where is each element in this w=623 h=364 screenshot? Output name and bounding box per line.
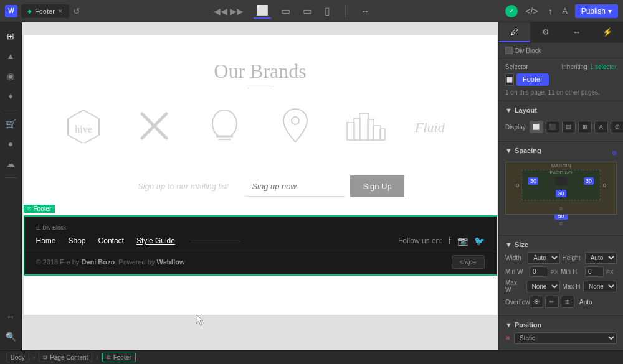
- inheriting-label: Inheriting: [562, 63, 587, 70]
- brand-logo-5: [341, 107, 391, 144]
- overflow-visible-option[interactable]: 👁: [530, 296, 543, 308]
- minh-input[interactable]: [585, 266, 604, 277]
- selector-type-icon[interactable]: ⬜: [505, 73, 514, 86]
- signup-button[interactable]: Sign Up: [350, 175, 404, 197]
- spacing-arrow-icon: ▼: [505, 147, 512, 154]
- footer-nav-shop[interactable]: Shop: [69, 236, 86, 245]
- body-label: Body: [11, 354, 25, 361]
- margin-bottom-val[interactable]: 0: [559, 221, 562, 226]
- margin-right-val[interactable]: 0: [603, 182, 606, 189]
- padding-left-val[interactable]: 30: [528, 177, 538, 185]
- nav-forward-button[interactable]: ▶▶: [230, 6, 244, 16]
- display-flex-v-option[interactable]: ▤: [562, 121, 576, 133]
- selector-row: Selector Inheriting 1 selector: [505, 63, 617, 70]
- footer-nav-contact[interactable]: Contact: [98, 236, 124, 245]
- back-forward-icon[interactable]: ↔: [358, 5, 372, 17]
- layout-title: ▼ Layout: [505, 106, 617, 114]
- main-layout: ⊞ ▲ ◉ ♦ 🛒 ● ☁ ↔ 🔍 Our Brands hive: [0, 22, 623, 350]
- device-desktop-button[interactable]: ⬜: [254, 3, 271, 19]
- overflow-options: 👁 ✏ ⊞: [530, 296, 574, 308]
- footer-nav-links: Home Shop Contact Style Guide: [36, 236, 240, 245]
- panel-tab-interactions[interactable]: ↔: [561, 22, 592, 42]
- bottom-bar: Body › ⊡ Page Content › ⊡ Footer: [0, 350, 623, 364]
- export-button[interactable]: ↑: [546, 5, 555, 17]
- display-inline-option[interactable]: A: [594, 121, 608, 133]
- device-tablet-button[interactable]: ▭: [278, 4, 293, 18]
- height-label: Height: [563, 254, 583, 261]
- sidebar-divider-2: [4, 177, 17, 178]
- facebook-icon[interactable]: f: [449, 236, 451, 246]
- refresh-button[interactable]: ↺: [73, 6, 80, 16]
- instagram-icon[interactable]: 📷: [457, 236, 468, 246]
- publish-button[interactable]: Publish ▾: [575, 4, 618, 18]
- tab-footer[interactable]: ◆ Footer ✕: [21, 4, 69, 18]
- minw-input[interactable]: [530, 266, 548, 277]
- sidebar-icon-assets[interactable]: ◉: [2, 67, 19, 85]
- breadcrumb-sep-2: ›: [96, 354, 98, 361]
- height-select[interactable]: Auto: [585, 252, 617, 264]
- margin-left-val[interactable]: 0: [516, 182, 519, 189]
- svg-rect-11: [373, 126, 381, 140]
- code-button[interactable]: </>: [523, 5, 540, 17]
- font-button[interactable]: A: [560, 6, 570, 17]
- footer-breadcrumb-label: Footer: [113, 354, 131, 361]
- position-label: Position: [515, 321, 541, 329]
- minh-px: PX: [606, 269, 614, 275]
- sidebar-icon-hosting[interactable]: ☁: [2, 155, 19, 172]
- position-type-select[interactable]: Static: [514, 332, 617, 344]
- sidebar-icon-interactions[interactable]: ↔: [2, 308, 19, 325]
- div-block-header: Div Block: [499, 43, 623, 58]
- sidebar-icon-layers[interactable]: ▲: [2, 47, 19, 65]
- brand-logo-4: [270, 107, 320, 144]
- publish-label: Publish: [581, 7, 606, 16]
- spacing-section: ▼ Spacing ⊕ MARGIN 0 PADDING 3: [499, 142, 623, 236]
- panel-tab-style[interactable]: 🖊: [499, 22, 530, 42]
- breadcrumb-page-content[interactable]: ⊡ Page Content: [39, 353, 92, 362]
- margin-val[interactable]: 0: [559, 206, 562, 212]
- overflow-hidden-option[interactable]: ⊞: [561, 296, 574, 308]
- brand-logo-1: hive: [59, 107, 108, 144]
- breadcrumb-footer[interactable]: ⊡ Footer: [102, 353, 136, 362]
- maxh-select[interactable]: None: [583, 281, 617, 292]
- div-block-text: Div Block: [43, 225, 67, 231]
- sidebar-icon-search[interactable]: 🔍: [2, 328, 19, 345]
- div-block-checkbox[interactable]: [505, 47, 513, 54]
- twitter-icon[interactable]: 🐦: [474, 236, 485, 246]
- nav-back-button[interactable]: ◀◀: [214, 6, 227, 16]
- signup-section: Sign up to our mailing list Sign Up: [24, 163, 497, 216]
- display-block-option[interactable]: ⬜: [530, 121, 543, 133]
- sidebar-icon-ecommerce[interactable]: 🛒: [2, 115, 19, 133]
- footer-section: ⊡ Footer ⊡ Div Block Home Shop Contact S…: [24, 216, 497, 275]
- device-mobile-button[interactable]: ▯: [322, 4, 333, 18]
- padding-right-val[interactable]: 30: [584, 177, 594, 185]
- selector-label: Selector: [505, 63, 528, 70]
- maxw-select[interactable]: None: [526, 281, 560, 292]
- breadcrumb-body[interactable]: Body: [6, 353, 29, 362]
- size-section: ▼ Size Width Auto Height Auto Min W PX M…: [499, 236, 623, 316]
- display-none-option[interactable]: ∅: [611, 121, 623, 133]
- width-select[interactable]: Auto: [528, 252, 559, 264]
- footer-nav-home[interactable]: Home: [36, 236, 56, 245]
- panel-tab-custom[interactable]: ⚡: [592, 22, 623, 42]
- tab-close-icon[interactable]: ✕: [58, 8, 63, 14]
- spacing-expand-icon[interactable]: ⊕: [612, 149, 617, 156]
- sidebar-icon-cms[interactable]: ●: [2, 135, 19, 152]
- device-mobile-landscape-button[interactable]: ▭: [300, 4, 315, 18]
- size-title: ▼ Size: [505, 241, 617, 248]
- signup-email-input[interactable]: [245, 177, 345, 197]
- overflow-edit-option[interactable]: ✏: [545, 296, 559, 308]
- panel-tab-settings[interactable]: ⚙: [530, 22, 561, 42]
- status-indicator: ✓: [505, 5, 518, 17]
- footer-nav-styleguide[interactable]: Style Guide: [136, 236, 175, 245]
- padding-bottom-val[interactable]: 30: [556, 190, 566, 197]
- display-grid-option[interactable]: ⊞: [578, 121, 592, 133]
- overflow-auto-label: Auto: [579, 299, 592, 306]
- sidebar-icon-add[interactable]: ⊞: [2, 27, 19, 45]
- layout-section: ▼ Layout Display ⬜ ⬛ ▤ ⊞ A ∅: [499, 101, 623, 142]
- selector-value-box[interactable]: Footer: [516, 73, 549, 86]
- inheriting-count[interactable]: 1 selector: [590, 63, 617, 70]
- powered-by-text: . Powered by: [115, 258, 156, 266]
- top-bar-center: ◀◀ ▶▶ ⬜ ▭ ▭ ▯ ↔: [84, 3, 502, 19]
- display-flex-h-option[interactable]: ⬛: [546, 121, 559, 133]
- sidebar-icon-symbols[interactable]: ♦: [2, 87, 19, 105]
